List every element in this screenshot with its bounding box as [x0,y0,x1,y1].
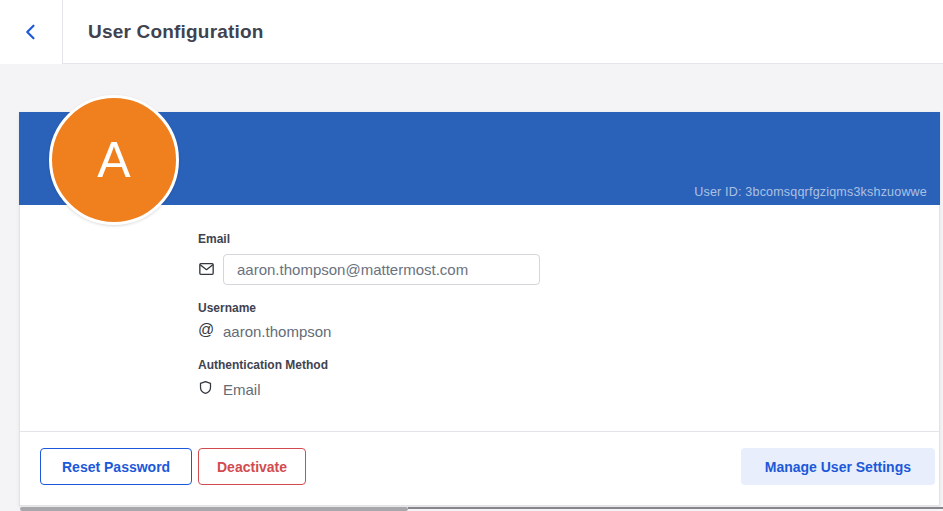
avatar: A [49,95,179,225]
horizontal-scrollbar-thumb[interactable] [20,507,408,511]
deactivate-button[interactable]: Deactivate [198,448,306,485]
email-label: Email [198,232,230,246]
auth-method-value: Email [223,381,261,398]
username-value: aaron.thompson [223,323,331,340]
user-config-card: User ID: 3bcomsqqrfgziqms3kshzuowwe A Em… [19,112,940,506]
username-label: Username [198,301,256,315]
auth-method-label: Authentication Method [198,358,328,372]
email-input[interactable] [223,254,540,285]
reset-password-button[interactable]: Reset Password [40,448,192,485]
horizontal-scrollbar-track-line [408,507,943,509]
manage-user-settings-button[interactable]: Manage User Settings [741,448,935,485]
page-header: User Configuration [0,0,943,64]
user-configuration-page: User Configuration User ID: 3bcomsqqrfgz… [0,0,943,511]
user-id-label: User ID: [694,185,741,199]
envelope-icon [198,261,215,277]
divider [19,431,940,432]
back-button[interactable] [0,0,63,64]
page-title: User Configuration [88,0,264,64]
avatar-initial: A [97,135,130,185]
user-id-value: 3bcomsqqrfgziqms3kshzuowwe [745,185,927,199]
shield-icon [198,379,213,396]
chevron-left-icon [21,22,41,42]
user-id-text: User ID: 3bcomsqqrfgziqms3kshzuowwe [694,185,927,199]
at-sign-icon: @ [198,321,214,339]
